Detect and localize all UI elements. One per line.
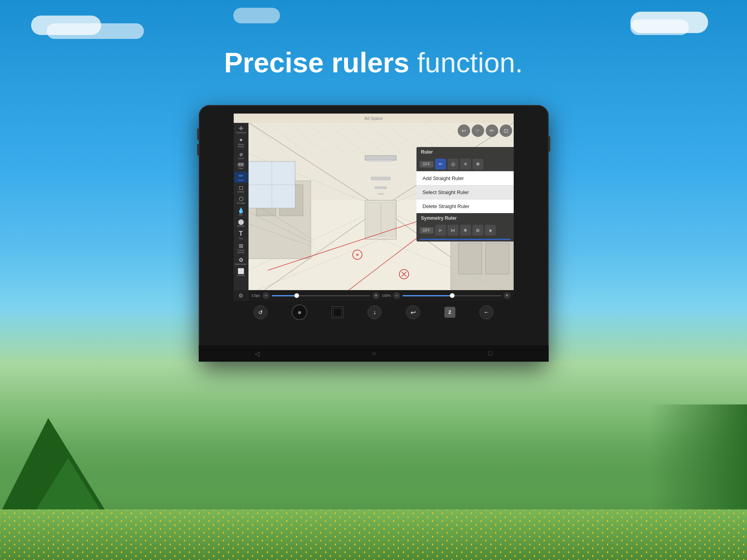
svg-rect-13 bbox=[375, 187, 387, 189]
tablet-vol-up[interactable] bbox=[197, 128, 199, 140]
size-minus-btn[interactable]: − bbox=[262, 292, 269, 299]
size-plus-btn[interactable]: + bbox=[373, 292, 380, 299]
headline-bold: Precise rulers bbox=[224, 47, 409, 78]
frame-divider-icon: ⊞ bbox=[239, 243, 243, 248]
android-recent-btn[interactable]: □ bbox=[488, 350, 492, 357]
tablet-device: Ad Space ✛ Transform ✦ Magic Wand ⌀ Lass… bbox=[199, 105, 549, 362]
canvas-tool-4[interactable]: ⊡ bbox=[500, 124, 512, 137]
transform-label: Transform bbox=[236, 131, 246, 134]
svg-rect-30 bbox=[367, 202, 381, 236]
undo-btn[interactable]: ↩ bbox=[406, 305, 420, 319]
eyedropper-label: Eyedropper bbox=[235, 263, 247, 266]
ad-space-bar: Ad Space bbox=[234, 114, 514, 123]
android-back-btn[interactable]: ◁ bbox=[255, 350, 259, 357]
blur-icon: 💧 bbox=[238, 208, 244, 213]
ruler-controls: OFF ✏ ◎ ✳ ❋ bbox=[416, 157, 514, 171]
cloud-4 bbox=[630, 19, 689, 35]
zoom-slider-track[interactable] bbox=[402, 295, 501, 296]
tablet-outer: Ad Space ✛ Transform ✦ Magic Wand ⌀ Lass… bbox=[199, 105, 549, 362]
color-btn[interactable]: ■ bbox=[332, 306, 343, 318]
tool-transform[interactable]: ✛ Transform bbox=[234, 124, 248, 135]
sym-icon-1-glyph: ⊳ bbox=[439, 228, 442, 233]
tool-eraser[interactable]: ◻ Eraser bbox=[234, 184, 248, 194]
sym-icon-2[interactable]: ⋈ bbox=[448, 225, 458, 236]
tool-filter[interactable]: FX Filter bbox=[234, 161, 248, 171]
symmetry-off-btn[interactable]: OFF bbox=[420, 227, 434, 234]
zoom-minus-btn[interactable]: − bbox=[393, 292, 400, 299]
android-home-btn[interactable]: ○ bbox=[372, 350, 376, 357]
canvas-tool-3[interactable]: ✏ bbox=[486, 124, 498, 137]
tool-blur[interactable]: 💧 Blur bbox=[234, 206, 248, 217]
canvas-drawing-area[interactable]: ↩ ☞ ✏ ⊡ Ruler OFF bbox=[248, 123, 514, 301]
tool-canvas[interactable]: ⬜ Canvas bbox=[234, 267, 248, 278]
canvas-tool-4-icon: ⊡ bbox=[504, 128, 508, 134]
bucket-icon: ⬤ bbox=[238, 219, 244, 224]
android-nav-bar: ◁ ○ □ bbox=[199, 345, 549, 362]
symmetry-btn[interactable]: ↺ bbox=[254, 305, 268, 319]
svg-rect-27 bbox=[458, 243, 482, 274]
size-slider-track[interactable] bbox=[272, 295, 370, 296]
tool-bucket[interactable]: ⬤ Bucket bbox=[234, 218, 248, 229]
ruler-icon-burst[interactable]: ❋ bbox=[472, 159, 483, 170]
tablet-power-btn[interactable] bbox=[548, 136, 550, 152]
layer-badge[interactable]: 2 bbox=[444, 307, 455, 318]
ruler-star-icon: ✳ bbox=[464, 161, 467, 167]
draw-icon: ✏ bbox=[239, 173, 243, 178]
size-slider-fill bbox=[272, 295, 296, 296]
menu-item-delete-straight-ruler[interactable]: Delete Straight Ruler bbox=[416, 200, 514, 213]
eyedropper-icon: ✿ bbox=[239, 257, 243, 262]
top-canvas-tools: ↩ ☞ ✏ ⊡ bbox=[456, 123, 514, 138]
zoom-value: 100% bbox=[382, 294, 391, 298]
svg-rect-31 bbox=[381, 202, 395, 236]
ruler-icon-star[interactable]: ✳ bbox=[460, 159, 471, 170]
size-value: 3.0px bbox=[252, 294, 260, 298]
brush-size-btn[interactable]: ● bbox=[292, 304, 307, 320]
left-toolbar: ✛ Transform ✦ Magic Wand ⌀ Lasso FX Filt… bbox=[234, 123, 248, 301]
undo-icon: ↩ bbox=[411, 309, 416, 316]
menu-item-select-straight-ruler[interactable]: Select Straight Ruler bbox=[416, 186, 514, 199]
sym-icon-4[interactable]: ⊞ bbox=[472, 225, 483, 236]
svg-rect-11 bbox=[369, 160, 392, 162]
magic-wand-icon: ✦ bbox=[239, 137, 243, 143]
tool-frame-divider[interactable]: ⊞ Frame Divider bbox=[234, 242, 248, 255]
settings-gear-btn[interactable]: ⚙ bbox=[234, 290, 248, 301]
zoom-slider-thumb[interactable] bbox=[450, 293, 455, 298]
tool-smudge[interactable]: ⬡ Smudge bbox=[234, 195, 248, 206]
zoom-plus-icon: + bbox=[506, 293, 508, 298]
zoom-plus-btn[interactable]: + bbox=[504, 292, 511, 299]
sym-icon-4-glyph: ⊞ bbox=[476, 228, 479, 233]
svg-rect-12 bbox=[371, 177, 390, 180]
sym-icon-3[interactable]: ❋ bbox=[460, 225, 471, 236]
minus-icon: − bbox=[264, 293, 267, 298]
sym-icon-5[interactable]: ◈ bbox=[485, 225, 496, 236]
back-btn[interactable]: ← bbox=[479, 305, 493, 319]
blur-label: Blur bbox=[239, 214, 243, 216]
tool-eyedropper[interactable]: ✿ Eyedropper bbox=[234, 256, 248, 267]
headline-light: function. bbox=[409, 47, 523, 78]
ruler-icon-pen[interactable]: ✏ bbox=[435, 159, 446, 170]
tablet-vol-down[interactable] bbox=[197, 144, 199, 156]
headline: Precise rulers function. bbox=[0, 47, 747, 79]
sym-icon-1[interactable]: ⊳ bbox=[435, 225, 446, 236]
bottom-app-toolbar: ↺ ● ■ ↓ ↩ 2 ← bbox=[234, 301, 514, 324]
transform-icon: ✛ bbox=[239, 126, 243, 131]
filter-icon: FX bbox=[238, 163, 245, 167]
menu-item-add-straight-ruler[interactable]: Add Straight Ruler bbox=[416, 172, 514, 185]
size-slider-thumb[interactable] bbox=[294, 293, 299, 298]
tool-draw[interactable]: ✏ Draw bbox=[234, 172, 248, 183]
ruler-off-btn[interactable]: OFF bbox=[420, 161, 434, 168]
ruler-icon-circle[interactable]: ◎ bbox=[448, 159, 458, 170]
ruler-circle-icon: ◎ bbox=[451, 161, 455, 167]
symmetry-ruler-header: Symmetry Ruler bbox=[416, 213, 514, 223]
canvas-tool-1[interactable]: ↩ bbox=[458, 124, 470, 137]
draw-label: Draw bbox=[238, 179, 243, 182]
tool-text[interactable]: T Text bbox=[234, 229, 248, 241]
download-btn[interactable]: ↓ bbox=[367, 305, 381, 319]
canvas-label: Canvas bbox=[237, 274, 245, 277]
canvas-tool-2[interactable]: ☞ bbox=[472, 124, 484, 137]
color-icon: ■ bbox=[333, 308, 342, 317]
tool-lasso[interactable]: ⌀ Lasso bbox=[234, 150, 248, 161]
tool-magic-wand[interactable]: ✦ Magic Wand bbox=[234, 136, 248, 149]
ruler-panel: Ruler OFF ✏ ◎ ✳ ❋ bbox=[416, 147, 514, 242]
gear-icon: ⚙ bbox=[238, 292, 243, 299]
